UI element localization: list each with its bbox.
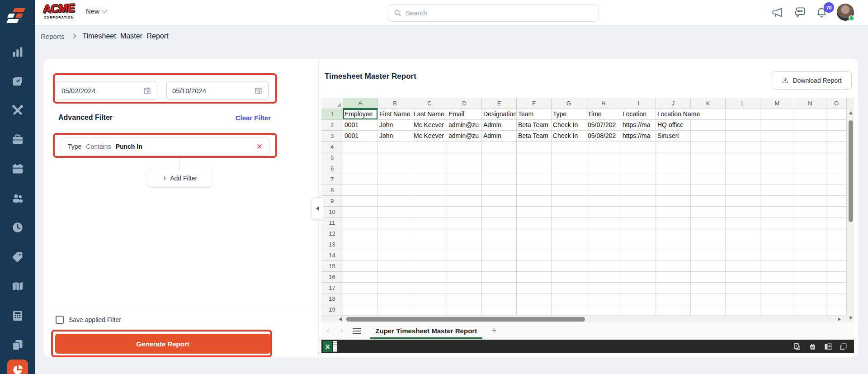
- cell-M17[interactable]: [760, 283, 794, 294]
- row-header-14[interactable]: 14: [321, 250, 343, 261]
- cell-L7[interactable]: [726, 174, 760, 185]
- cell-D3[interactable]: admin@zu: [447, 131, 482, 142]
- cell-A3[interactable]: 0001: [343, 131, 378, 142]
- cell-M16[interactable]: [760, 272, 794, 283]
- cell-K14[interactable]: [691, 250, 726, 261]
- cell-G8[interactable]: [552, 185, 586, 196]
- date-from-input[interactable]: 05/02/2024: [56, 81, 157, 100]
- cell-N1[interactable]: [794, 109, 826, 120]
- horizontal-scrollbar[interactable]: [321, 315, 847, 322]
- cell-A12[interactable]: [343, 228, 378, 239]
- cell-I19[interactable]: [621, 304, 656, 315]
- cell-G12[interactable]: [552, 228, 586, 239]
- cell-N15[interactable]: [794, 261, 826, 272]
- cell-D18[interactable]: [447, 294, 482, 304]
- cell-K4[interactable]: [691, 142, 726, 152]
- cell-M1[interactable]: [760, 109, 794, 120]
- cell-N4[interactable]: [794, 142, 826, 152]
- cell-E9[interactable]: [482, 196, 517, 207]
- sheet-prev-icon[interactable]: ‹: [321, 326, 335, 335]
- sidebar-item-tools[interactable]: [11, 104, 24, 117]
- cell-M19[interactable]: [760, 304, 794, 315]
- cell-H9[interactable]: [586, 196, 621, 207]
- cell-F19[interactable]: [517, 304, 552, 315]
- cell-M10[interactable]: [760, 207, 794, 218]
- cell-H15[interactable]: [586, 261, 621, 272]
- cell-M15[interactable]: [760, 261, 794, 272]
- cell-B4[interactable]: [378, 142, 412, 152]
- row-header-12[interactable]: 12: [321, 228, 343, 239]
- cell-D12[interactable]: [447, 228, 482, 239]
- cell-N12[interactable]: [794, 228, 826, 239]
- cell-A19[interactable]: [343, 304, 378, 315]
- cell-C9[interactable]: [412, 196, 447, 207]
- cell-A9[interactable]: [343, 196, 378, 207]
- cell-E17[interactable]: [482, 283, 517, 294]
- cell-E10[interactable]: [482, 207, 517, 218]
- cell-D6[interactable]: [447, 163, 482, 174]
- row-header-7[interactable]: 7: [321, 174, 343, 185]
- cell-G19[interactable]: [552, 304, 586, 315]
- calendar-icon[interactable]: [143, 86, 151, 95]
- cell-K17[interactable]: [691, 283, 726, 294]
- cell-B9[interactable]: [378, 196, 412, 207]
- cell-B16[interactable]: [378, 272, 412, 283]
- cell-N9[interactable]: [794, 196, 826, 207]
- cell-I16[interactable]: [621, 272, 656, 283]
- cell-O5[interactable]: [826, 152, 847, 163]
- cell-E18[interactable]: [482, 294, 517, 304]
- cell-I11[interactable]: [621, 218, 656, 228]
- download-report-button[interactable]: Download Report: [772, 71, 852, 90]
- cell-N13[interactable]: [794, 239, 826, 250]
- col-header-E[interactable]: E: [482, 98, 517, 109]
- cell-H8[interactable]: [586, 185, 621, 196]
- cell-A15[interactable]: [343, 261, 378, 272]
- cell-O10[interactable]: [826, 207, 847, 218]
- vertical-scrollbar[interactable]: [847, 98, 854, 322]
- col-header-B[interactable]: B: [378, 98, 412, 109]
- cell-E19[interactable]: [482, 304, 517, 315]
- col-header-J[interactable]: J: [656, 98, 691, 109]
- cell-J5[interactable]: [656, 152, 691, 163]
- cell-I1[interactable]: Location: [621, 109, 656, 120]
- cell-J6[interactable]: [656, 163, 691, 174]
- col-header-N[interactable]: N: [794, 98, 826, 109]
- cell-A6[interactable]: [343, 163, 378, 174]
- cell-A2[interactable]: 0001: [343, 120, 378, 131]
- cell-I14[interactable]: [621, 250, 656, 261]
- cell-C5[interactable]: [412, 152, 447, 163]
- cell-K11[interactable]: [691, 218, 726, 228]
- cell-J17[interactable]: [656, 283, 691, 294]
- sidebar-item-map[interactable]: [11, 280, 24, 293]
- bag-check-icon[interactable]: [808, 342, 817, 351]
- cell-C10[interactable]: [412, 207, 447, 218]
- cell-H6[interactable]: [586, 163, 621, 174]
- cell-H1[interactable]: Time: [586, 109, 621, 120]
- cell-C1[interactable]: Last Name: [412, 109, 447, 120]
- cell-O2[interactable]: [826, 120, 847, 131]
- cell-H13[interactable]: [586, 239, 621, 250]
- cell-L5[interactable]: [726, 152, 760, 163]
- cell-F16[interactable]: [517, 272, 552, 283]
- cell-J16[interactable]: [656, 272, 691, 283]
- cell-A11[interactable]: [343, 218, 378, 228]
- cell-J18[interactable]: [656, 294, 691, 304]
- reading-view-icon[interactable]: [824, 342, 832, 351]
- cell-O1[interactable]: [826, 109, 847, 120]
- cell-N10[interactable]: [794, 207, 826, 218]
- cell-L17[interactable]: [726, 283, 760, 294]
- cell-M4[interactable]: [760, 142, 794, 152]
- cell-H19[interactable]: [586, 304, 621, 315]
- cell-M14[interactable]: [760, 250, 794, 261]
- cell-L3[interactable]: [726, 131, 760, 142]
- cell-I4[interactable]: [621, 142, 656, 152]
- cell-F2[interactable]: Beta Team: [517, 120, 552, 131]
- date-to-input[interactable]: 05/10/2024: [166, 81, 269, 100]
- cell-C2[interactable]: Mc Keever: [412, 120, 447, 131]
- cell-D1[interactable]: Email: [447, 109, 482, 120]
- cell-A5[interactable]: [343, 152, 378, 163]
- cell-E5[interactable]: [482, 152, 517, 163]
- row-header-2[interactable]: 2: [321, 120, 343, 131]
- cell-K15[interactable]: [691, 261, 726, 272]
- row-header-9[interactable]: 9: [321, 196, 343, 207]
